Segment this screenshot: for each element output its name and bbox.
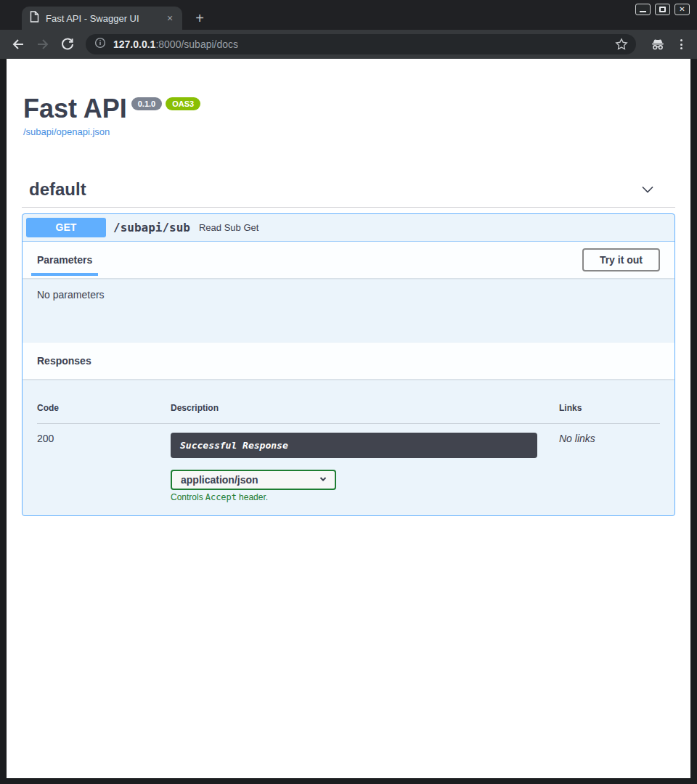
browser-toolbar: 127.0.0.1:8000/subapi/docs (0, 30, 697, 59)
operation-path: /subapi/sub (113, 221, 190, 234)
bookmark-star-icon[interactable] (613, 36, 630, 53)
http-method-badge: GET (26, 218, 106, 237)
collapse-chevron-icon[interactable] (640, 183, 656, 199)
responses-header: Responses (23, 343, 674, 379)
parameters-body: No parameters (23, 278, 674, 343)
tab-strip: Fast API - Swagger UI × + ✕ (0, 0, 697, 30)
no-links-text: No links (559, 433, 595, 444)
operation-block: GET /subapi/sub Read Sub Get Parameters … (22, 213, 675, 516)
version-badge: 0.1.0 (131, 97, 162, 110)
tab-parameters[interactable]: Parameters (31, 242, 98, 278)
site-info-icon[interactable] (94, 37, 106, 52)
new-tab-button[interactable]: + (192, 10, 208, 26)
oas3-badge: OAS3 (166, 97, 200, 110)
maximize-icon (659, 7, 666, 12)
url-path: :8000/subapi/docs (155, 38, 238, 50)
openapi-spec-link[interactable]: /subapi/openapi.json (23, 126, 110, 137)
response-description-box: Successful Response (171, 433, 537, 458)
media-type-select[interactable]: application/json (171, 470, 336, 490)
column-links: Links (559, 403, 660, 413)
tab-title: Fast API - Swagger UI (46, 13, 163, 24)
minimize-button[interactable] (635, 4, 651, 15)
url-host: 127.0.0.1 (113, 38, 155, 50)
chevron-down-icon (318, 474, 328, 486)
column-code: Code (37, 403, 171, 413)
close-button[interactable]: ✕ (674, 4, 690, 15)
column-description: Description (171, 403, 559, 413)
tag-section-header[interactable]: default (22, 179, 675, 208)
responses-label: Responses (37, 355, 91, 367)
maximize-button[interactable] (655, 4, 670, 15)
url-bar[interactable]: 127.0.0.1:8000/subapi/docs (86, 34, 636, 54)
operation-summary[interactable]: GET /subapi/sub Read Sub Get (23, 214, 674, 242)
back-icon[interactable] (10, 36, 26, 52)
try-it-out-button[interactable]: Try it out (582, 248, 660, 271)
operation-description: Read Sub Get (199, 222, 258, 233)
response-row: 200 Successful Response application/json… (37, 424, 660, 502)
api-info: Fast API 0.1.0 OAS3 /subapi/openapi.json (22, 59, 675, 138)
url-text[interactable]: 127.0.0.1:8000/subapi/docs (113, 38, 607, 50)
responses-body: Code Description Links 200 Successful Re… (23, 379, 674, 515)
minimize-icon (640, 11, 646, 12)
accept-header-hint: ControlsAcceptheader. (171, 492, 537, 502)
window-controls: ✕ (635, 4, 690, 15)
tag-name: default (29, 179, 86, 200)
incognito-icon (649, 36, 667, 53)
api-title: Fast API (23, 95, 127, 123)
page-content: Fast API 0.1.0 OAS3 /subapi/openapi.json… (7, 59, 690, 778)
tab-close-icon[interactable]: × (163, 12, 176, 25)
responses-table-header: Code Description Links (37, 393, 660, 424)
menu-kebab-icon[interactable] (672, 36, 690, 53)
response-code: 200 (37, 433, 171, 502)
no-parameters-text: No parameters (37, 289, 105, 301)
browser-tab[interactable]: Fast API - Swagger UI × (22, 7, 182, 30)
document-icon (29, 11, 40, 25)
parameters-header: Parameters Try it out (23, 242, 674, 278)
parameters-label: Parameters (37, 254, 92, 266)
reload-icon[interactable] (60, 36, 76, 52)
forward-icon[interactable] (35, 36, 51, 52)
media-type-value: application/json (181, 474, 258, 486)
